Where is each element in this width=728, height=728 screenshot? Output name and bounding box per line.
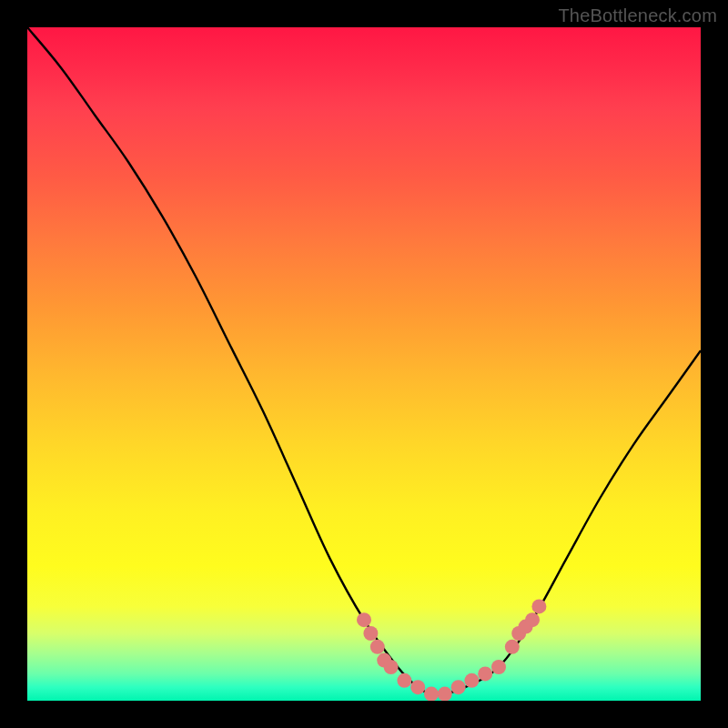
highlight-dot bbox=[370, 640, 385, 654]
highlight-dot bbox=[424, 687, 439, 701]
highlight-dot bbox=[505, 640, 520, 654]
highlight-dot bbox=[464, 673, 479, 688]
highlight-dot bbox=[397, 673, 411, 688]
highlight-dot bbox=[363, 626, 378, 641]
chart-svg bbox=[27, 27, 701, 701]
highlight-dot bbox=[438, 687, 452, 701]
attribution-label: TheBottleneck.com bbox=[558, 5, 717, 26]
plot-area bbox=[27, 27, 701, 701]
highlight-dot bbox=[478, 666, 492, 681]
highlight-dot bbox=[531, 599, 546, 613]
highlight-dot bbox=[410, 680, 425, 694]
chart-frame: TheBottleneck.com bbox=[0, 0, 728, 728]
highlight-dot bbox=[451, 680, 466, 694]
highlight-dot bbox=[357, 612, 371, 627]
highlight-dot bbox=[384, 660, 399, 674]
highlight-dot bbox=[491, 660, 506, 674]
bottleneck-curve bbox=[27, 27, 701, 695]
highlight-dot bbox=[525, 612, 540, 627]
